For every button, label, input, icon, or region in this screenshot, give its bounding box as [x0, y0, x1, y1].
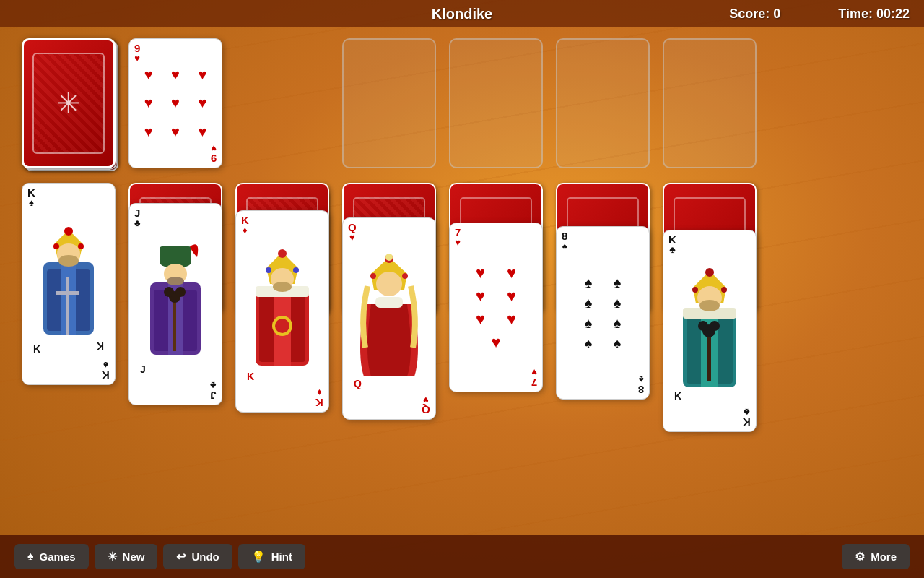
svg-point-32 [293, 267, 299, 273]
svg-point-34 [273, 282, 292, 292]
svg-point-8 [58, 255, 79, 267]
svg-point-36 [275, 319, 289, 333]
tableau-col-6[interactable]: 8♠ ♠ ♠ ♠ ♠ ♠ ♠ ♠ ♠ 8♠ [556, 183, 650, 483]
svg-rect-9 [66, 277, 69, 335]
jack-clubs-art: J [136, 232, 215, 376]
svg-point-23 [175, 287, 186, 297]
svg-rect-38 [375, 297, 403, 308]
toolbar: ♠ Games ✳ New ↩ Undo 💡 Hint ⚙ More [0, 535, 924, 578]
svg-point-59 [710, 321, 720, 331]
svg-rect-17 [160, 246, 191, 264]
svg-point-41 [370, 273, 376, 279]
waste-pile[interactable]: 9♥ ♥ ♥ ♥ ♥ ♥ ♥ ♥ ♥ ♥ 9♥ [128, 38, 222, 168]
hint-button[interactable]: 💡 Hint [238, 544, 305, 569]
svg-rect-20 [173, 297, 176, 351]
foundation-4[interactable] [663, 38, 757, 168]
stock-pile[interactable]: ✳ [22, 38, 116, 168]
header: Klondike Score: 0 Time: 00:22 [0, 0, 924, 27]
king-clubs-art: K [670, 259, 749, 403]
tableau-col-7[interactable]: K♣ [663, 183, 757, 501]
waste-rank: 9♥ [134, 43, 140, 63]
tableau-col-2[interactable]: J♣ [128, 183, 222, 407]
svg-point-5 [53, 243, 59, 249]
score-display: Score: 0 [729, 7, 780, 22]
more-button[interactable]: ⚙ More [842, 544, 910, 569]
svg-point-52 [692, 287, 698, 293]
svg-point-44 [385, 254, 393, 261]
svg-point-19 [167, 277, 184, 285]
svg-point-51 [705, 268, 714, 277]
game-area: ✳ 9♥ ♥ ♥ ♥ ♥ ♥ ♥ ♥ ♥ ♥ [0, 27, 924, 535]
svg-point-6 [78, 243, 84, 249]
svg-text:K: K [247, 371, 254, 382]
tableau: K♠ [22, 183, 902, 501]
new-icon: ✳ [108, 550, 117, 564]
king-diamonds-art: K [243, 239, 322, 384]
undo-button[interactable]: ↩ Undo [163, 544, 232, 569]
svg-point-42 [402, 273, 408, 279]
new-button[interactable]: ✳ New [95, 544, 158, 569]
svg-text:K: K [97, 340, 104, 352]
toolbar-left: ♠ Games ✳ New ↩ Undo 💡 Hint [14, 544, 305, 569]
waste-rank-br: 9♥ [211, 144, 217, 164]
queen-hearts-art: Q [349, 246, 429, 391]
top-row: ✳ 9♥ ♥ ♥ ♥ ♥ ♥ ♥ ♥ ♥ ♥ [22, 38, 902, 168]
svg-text:Q: Q [354, 378, 362, 389]
svg-point-53 [721, 287, 727, 293]
foundation-1[interactable] [342, 38, 436, 168]
svg-text:K: K [33, 343, 40, 355]
svg-point-58 [698, 321, 708, 331]
svg-rect-56 [707, 331, 711, 381]
undo-icon: ↩ [176, 550, 186, 564]
hint-icon: 💡 [251, 550, 266, 564]
svg-rect-10 [56, 291, 79, 295]
more-icon: ⚙ [855, 550, 865, 564]
tableau-col-4[interactable]: Q♥ [342, 183, 436, 447]
game-title: Klondike [432, 6, 492, 22]
king-spades-art: K K [29, 212, 108, 356]
foundation-2[interactable] [449, 38, 543, 168]
svg-point-43 [376, 272, 402, 296]
time-display: Time: 00:22 [838, 7, 910, 22]
svg-point-55 [699, 300, 720, 311]
tableau-col-5[interactable]: 7♥ ♥ ♥ ♥ ♥ ♥ ♥ ♥ 7♥ [449, 183, 543, 465]
svg-point-4 [64, 227, 73, 236]
tableau-col-3[interactable]: K♦ [235, 183, 329, 428]
svg-text:J: J [140, 363, 146, 375]
tableau-col-1[interactable]: K♠ [22, 183, 116, 385]
svg-point-22 [164, 287, 174, 297]
svg-point-30 [278, 249, 287, 258]
games-button[interactable]: ♠ Games [14, 544, 89, 569]
svg-text:K: K [674, 390, 681, 402]
foundation-3[interactable] [556, 38, 650, 168]
games-icon: ♠ [27, 550, 34, 563]
svg-point-31 [266, 267, 271, 273]
